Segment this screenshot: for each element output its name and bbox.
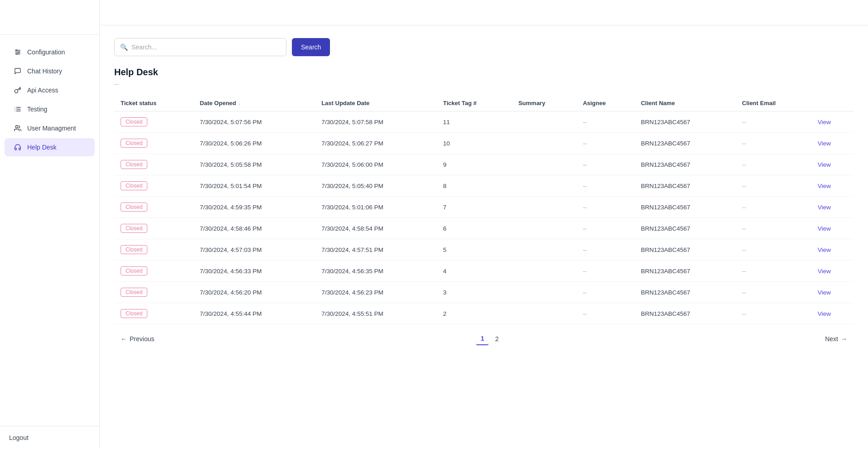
cell-last-update: 7/30/2024, 4:58:54 PM bbox=[315, 218, 436, 239]
tickets-table: Ticket status Date Opened↓ Last Update D… bbox=[114, 95, 853, 324]
page-2-button[interactable]: 2 bbox=[490, 333, 503, 345]
next-button[interactable]: Next → bbox=[825, 335, 847, 343]
cell-summary bbox=[512, 218, 577, 239]
cell-client-name: BRN123ABC4567 bbox=[635, 133, 736, 154]
cell-action[interactable]: View bbox=[811, 239, 853, 261]
cell-client-name: BRN123ABC4567 bbox=[635, 175, 736, 197]
content-area: 🔍 Search Help Desk ... Ticket status Dat… bbox=[100, 25, 868, 449]
table-row: Closed 7/30/2024, 5:01:54 PM 7/30/2024, … bbox=[114, 175, 853, 197]
cell-assignee: -- bbox=[577, 261, 635, 282]
cell-client-email: -- bbox=[736, 197, 811, 218]
view-link[interactable]: View bbox=[818, 289, 831, 296]
page-1-button[interactable]: 1 bbox=[476, 333, 489, 345]
view-link[interactable]: View bbox=[818, 246, 831, 253]
cell-action[interactable]: View bbox=[811, 111, 853, 133]
table-row: Closed 7/30/2024, 4:57:03 PM 7/30/2024, … bbox=[114, 239, 853, 261]
cell-action[interactable]: View bbox=[811, 303, 853, 324]
view-link[interactable]: View bbox=[818, 204, 831, 211]
cell-assignee: -- bbox=[577, 239, 635, 261]
view-link[interactable]: View bbox=[818, 310, 831, 317]
view-link[interactable]: View bbox=[818, 183, 831, 189]
cell-date-opened: 7/30/2024, 5:05:58 PM bbox=[194, 154, 315, 175]
sidebar-item-label: Configuration bbox=[27, 48, 65, 56]
table-body: Closed 7/30/2024, 5:07:56 PM 7/30/2024, … bbox=[114, 111, 853, 324]
cell-last-update: 7/30/2024, 4:57:51 PM bbox=[315, 239, 436, 261]
cell-last-update: 7/30/2024, 5:07:58 PM bbox=[315, 111, 436, 133]
cell-action[interactable]: View bbox=[811, 175, 853, 197]
cell-status: Closed bbox=[114, 197, 194, 218]
cell-client-name: BRN123ABC4567 bbox=[635, 282, 736, 303]
sidebar-footer: Logout bbox=[0, 426, 99, 449]
cell-client-name: BRN123ABC4567 bbox=[635, 303, 736, 324]
cell-client-name: BRN123ABC4567 bbox=[635, 218, 736, 239]
cell-summary bbox=[512, 154, 577, 175]
sidebar-item-help-desk[interactable]: Help Desk bbox=[5, 138, 95, 156]
cell-action[interactable]: View bbox=[811, 197, 853, 218]
view-link[interactable]: View bbox=[818, 268, 831, 275]
cell-ticket-tag: 10 bbox=[436, 133, 512, 154]
arrow-left-icon: ← bbox=[121, 335, 127, 343]
cell-date-opened: 7/30/2024, 5:07:56 PM bbox=[194, 111, 315, 133]
sidebar: Configuration Chat History Api Access bbox=[0, 0, 100, 449]
view-link[interactable]: View bbox=[818, 140, 831, 147]
logout-button[interactable]: Logout bbox=[9, 434, 29, 441]
col-action bbox=[811, 95, 853, 111]
sidebar-item-testing[interactable]: Testing bbox=[5, 100, 95, 118]
logo-icon bbox=[9, 8, 36, 24]
status-badge: Closed bbox=[121, 203, 147, 212]
sidebar-item-chat-history[interactable]: Chat History bbox=[5, 62, 95, 80]
cell-ticket-tag: 5 bbox=[436, 239, 512, 261]
cell-action[interactable]: View bbox=[811, 133, 853, 154]
cell-action[interactable]: View bbox=[811, 261, 853, 282]
table-row: Closed 7/30/2024, 4:56:33 PM 7/30/2024, … bbox=[114, 261, 853, 282]
cell-status: Closed bbox=[114, 303, 194, 324]
cell-summary bbox=[512, 111, 577, 133]
svg-point-12 bbox=[15, 126, 18, 128]
cell-status: Closed bbox=[114, 261, 194, 282]
previous-button[interactable]: ← Previous bbox=[121, 335, 154, 343]
cell-client-name: BRN123ABC4567 bbox=[635, 261, 736, 282]
cell-action[interactable]: View bbox=[811, 282, 853, 303]
search-input[interactable] bbox=[131, 43, 281, 51]
sidebar-item-label: Testing bbox=[27, 106, 47, 113]
table-row: Closed 7/30/2024, 4:59:35 PM 7/30/2024, … bbox=[114, 197, 853, 218]
cell-date-opened: 7/30/2024, 4:57:03 PM bbox=[194, 239, 315, 261]
cell-status: Closed bbox=[114, 133, 194, 154]
col-date-opened[interactable]: Date Opened↓ bbox=[194, 95, 315, 111]
cell-action[interactable]: View bbox=[811, 154, 853, 175]
cell-assignee: -- bbox=[577, 111, 635, 133]
sidebar-item-api-access[interactable]: Api Access bbox=[5, 81, 95, 99]
status-badge: Closed bbox=[121, 181, 147, 190]
cell-date-opened: 7/30/2024, 5:06:26 PM bbox=[194, 133, 315, 154]
sidebar-item-user-management[interactable]: User Managment bbox=[5, 119, 95, 137]
sidebar-item-label: Help Desk bbox=[27, 144, 57, 151]
sidebar-item-label: Chat History bbox=[27, 68, 62, 75]
cell-date-opened: 7/30/2024, 4:55:44 PM bbox=[194, 303, 315, 324]
cell-last-update: 7/30/2024, 4:56:35 PM bbox=[315, 261, 436, 282]
sidebar-item-label: User Managment bbox=[27, 125, 76, 132]
view-link[interactable]: View bbox=[818, 225, 831, 232]
cell-summary bbox=[512, 175, 577, 197]
cell-action[interactable]: View bbox=[811, 218, 853, 239]
users-icon bbox=[14, 124, 22, 132]
cell-ticket-tag: 3 bbox=[436, 282, 512, 303]
cell-summary bbox=[512, 197, 577, 218]
view-link[interactable]: View bbox=[818, 161, 831, 168]
cell-summary bbox=[512, 303, 577, 324]
cell-status: Closed bbox=[114, 154, 194, 175]
sidebar-item-configuration[interactable]: Configuration bbox=[5, 43, 95, 61]
cell-ticket-tag: 2 bbox=[436, 303, 512, 324]
cell-ticket-tag: 4 bbox=[436, 261, 512, 282]
cell-client-email: -- bbox=[736, 261, 811, 282]
cell-last-update: 7/30/2024, 5:01:06 PM bbox=[315, 197, 436, 218]
cell-assignee: -- bbox=[577, 282, 635, 303]
search-button[interactable]: Search bbox=[292, 38, 330, 56]
page-subtitle: ... bbox=[114, 79, 853, 86]
sliders-icon bbox=[14, 48, 22, 56]
cell-status: Closed bbox=[114, 111, 194, 133]
col-assignee: Asignee bbox=[577, 95, 635, 111]
view-link[interactable]: View bbox=[818, 119, 831, 126]
status-badge: Closed bbox=[121, 245, 147, 254]
cell-client-email: -- bbox=[736, 239, 811, 261]
status-badge: Closed bbox=[121, 309, 147, 318]
